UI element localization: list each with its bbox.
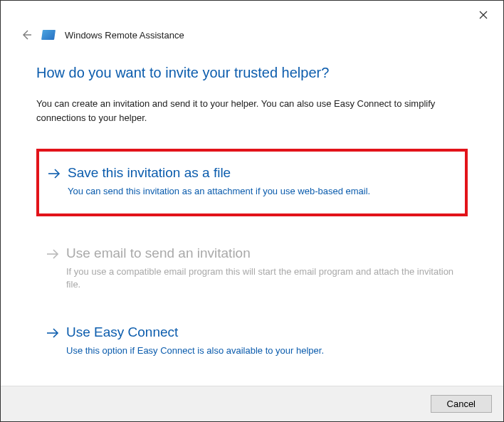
page-heading: How do you want to invite your trusted h…: [36, 65, 468, 81]
option-title: Save this invitation as a file: [68, 164, 455, 182]
close-button[interactable]: [478, 9, 489, 21]
app-icon: [41, 30, 56, 40]
close-icon: [479, 11, 488, 19]
content-area: How do you want to invite your trusted h…: [1, 51, 503, 367]
arrow-right-icon: [46, 248, 59, 260]
back-button[interactable]: [21, 29, 32, 41]
option-easy-connect[interactable]: Use Easy Connect Use this option if Easy…: [36, 315, 468, 367]
titlebar: [1, 1, 503, 29]
app-title: Windows Remote Assistance: [65, 30, 184, 41]
option-desc: Use this option if Easy Connect is also …: [66, 344, 456, 357]
option-email: Use email to send an invitation If you u…: [36, 236, 468, 301]
option-desc: If you use a compatible email program th…: [66, 265, 456, 291]
option-desc: You can send this invitation as an attac…: [68, 185, 455, 198]
cancel-button[interactable]: Cancel: [431, 395, 492, 413]
arrow-left-icon: [21, 29, 32, 41]
page-subtext: You can create an invitation and send it…: [36, 97, 468, 125]
option-title: Use Easy Connect: [66, 324, 456, 342]
option-save-file[interactable]: Save this invitation as a file You can s…: [36, 149, 468, 216]
arrow-right-icon: [48, 167, 61, 180]
option-title: Use email to send an invitation: [66, 245, 456, 263]
footer: Cancel: [1, 386, 503, 421]
arrow-right-icon: [46, 327, 59, 339]
header: Windows Remote Assistance: [1, 29, 503, 51]
